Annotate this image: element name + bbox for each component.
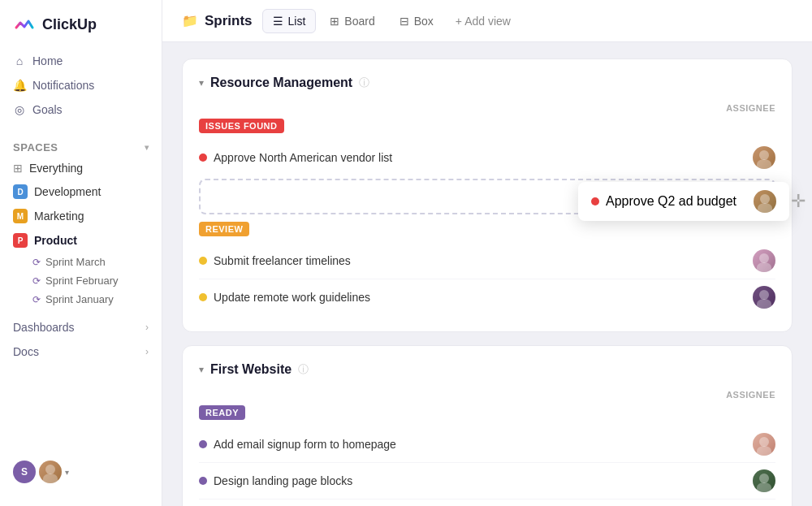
drag-task-name: Approve Q2 ad budget [606, 194, 736, 209]
task-name: Approve North American vendor list [214, 151, 392, 164]
task-avatar [753, 469, 775, 492]
task-avatar [753, 286, 775, 309]
clickup-logo-icon [13, 13, 36, 36]
sidebar-item-sprint-january[interactable]: ⟳ Sprint January [6, 290, 155, 309]
task-row: Approve North American vendor list [199, 140, 775, 175]
page-title: Sprints [205, 13, 253, 29]
development-label: Development [34, 185, 102, 198]
sidebar: ClickUp ⌂ Home 🔔 Notifications ◎ Goals S… [0, 0, 162, 506]
product-space-dot: P [13, 233, 28, 248]
sidebar-item-sprint-february[interactable]: ⟳ Sprint February [6, 271, 155, 290]
sidebar-notifications-label: Notifications [32, 79, 94, 92]
logo-area: ClickUp [0, 13, 162, 49]
sidebar-item-goals[interactable]: ◎ Goals [6, 97, 155, 122]
card-fw-info-icon[interactable]: ⓘ [298, 362, 309, 377]
docs-label: Docs [13, 345, 39, 358]
task-row: Submit freelancer timelines [199, 243, 775, 279]
group-ready: READY Add email signup form to homepage … [199, 404, 775, 506]
task-dot-yellow [199, 257, 207, 265]
board-tab-label: Board [344, 15, 374, 28]
drag-handle-icon[interactable]: ✛ [791, 191, 806, 212]
card-rm-chevron[interactable]: ▾ [199, 77, 204, 89]
app-name: ClickUp [42, 16, 97, 33]
box-tab-icon: ⊟ [400, 15, 409, 28]
sprint-january-icon: ⟳ [32, 294, 41, 305]
target-icon: ◎ [13, 103, 26, 116]
sidebar-item-development[interactable]: D Development [6, 179, 155, 204]
sprint-february-label: Sprint February [45, 275, 119, 287]
user-menu-caret: ▾ [65, 468, 69, 477]
box-tab-label: Box [414, 15, 434, 28]
group-issues-found: ISSUES FOUND Approve North American vend… [199, 118, 775, 175]
list-tab-label: List [288, 15, 306, 28]
task-dot-purple [199, 440, 207, 448]
sidebar-item-product[interactable]: P Product [6, 228, 155, 253]
task-name: Design landing page blocks [214, 474, 352, 487]
badge-ready: READY [199, 405, 245, 420]
task-avatar [753, 433, 775, 456]
user-avatar-face [39, 461, 62, 483]
home-icon: ⌂ [13, 54, 26, 67]
add-view-label: + Add view [456, 15, 511, 28]
bell-icon: 🔔 [13, 79, 26, 92]
task-left: Submit freelancer timelines [199, 254, 351, 267]
card-fw-title: First Website [210, 362, 292, 377]
task-name: Submit freelancer timelines [214, 254, 351, 267]
spaces-section-header: Spaces ▾ [6, 132, 155, 157]
badge-issues-found: ISSUES FOUND [199, 119, 284, 133]
sprint-february-icon: ⟳ [32, 275, 41, 287]
task-dot-purple-2 [199, 477, 207, 485]
dev-space-dot: D [13, 184, 28, 199]
docs-chevron: › [145, 346, 149, 357]
top-bar: 📁 Sprints ☰ List ⊞ Board ⊟ Box + Add vie… [162, 0, 812, 42]
card-fw-chevron[interactable]: ▾ [199, 364, 204, 375]
task-left: Add email signup form to homepage [199, 438, 396, 451]
docs-item[interactable]: Docs › [6, 339, 155, 364]
user-avatar-s: S [13, 461, 36, 483]
dashboards-label: Dashboards [13, 321, 75, 334]
marketing-label: Marketing [34, 210, 84, 223]
tab-board[interactable]: ⊞ Board [319, 9, 385, 33]
sidebar-item-notifications[interactable]: 🔔 Notifications [6, 73, 155, 97]
task-left: Design landing page blocks [199, 474, 352, 487]
page-header: 📁 Sprints [182, 13, 253, 29]
everything-label: Everything [29, 162, 83, 175]
card-resource-management-header: ▾ Resource Management ⓘ [199, 76, 775, 90]
content-area: ▾ Resource Management ⓘ ASSIGNEE ISSUES … [162, 42, 812, 506]
sidebar-bottom: Dashboards › Docs › [0, 315, 162, 364]
group-review: REVIEW Submit freelancer timelines Updat… [199, 221, 775, 315]
user-avatar-group[interactable]: S ▾ [13, 461, 69, 483]
task-name: Update remote work guidelines [214, 291, 370, 304]
sidebar-goals-label: Goals [32, 103, 63, 116]
card-rm-info-icon[interactable]: ⓘ [359, 76, 369, 90]
sidebar-item-everything[interactable]: ⊞ Everything [6, 157, 155, 179]
spaces-chevron[interactable]: ▾ [145, 143, 149, 152]
card-first-website-header: ▾ First Website ⓘ [199, 362, 775, 377]
tab-box[interactable]: ⊟ Box [389, 9, 444, 33]
sprint-january-label: Sprint January [45, 293, 114, 305]
task-row: Update remote work guidelines [199, 279, 775, 315]
sidebar-home-label: Home [32, 54, 63, 67]
sidebar-footer: S ▾ [0, 451, 162, 493]
task-name: Add email signup form to homepage [214, 438, 396, 451]
task-avatar [753, 146, 775, 169]
dashboards-item[interactable]: Dashboards › [6, 315, 155, 339]
task-row: Add email signup form to homepage [199, 426, 775, 463]
sidebar-item-marketing[interactable]: M Marketing [6, 204, 155, 228]
tab-list[interactable]: ☰ List [262, 9, 317, 33]
product-label: Product [34, 234, 77, 247]
sidebar-item-home[interactable]: ⌂ Home [6, 49, 155, 73]
task-left: Approve North American vendor list [199, 151, 392, 164]
add-view-button[interactable]: + Add view [447, 10, 519, 32]
task-dot-red [199, 154, 207, 162]
card-first-website: ▾ First Website ⓘ ASSIGNEE READY Add ema… [182, 345, 793, 506]
task-row: Review SEO recommendations [199, 500, 775, 506]
assignee-header-fw: ASSIGNEE [199, 387, 775, 404]
grid-icon: ⊞ [13, 162, 23, 175]
task-row: Design landing page blocks [199, 463, 775, 500]
sprint-march-icon: ⟳ [32, 257, 41, 268]
drag-task-dot [591, 197, 599, 205]
task-avatar [753, 249, 775, 272]
sidebar-item-sprint-march[interactable]: ⟳ Sprint March [6, 253, 155, 271]
list-tab-icon: ☰ [273, 15, 283, 28]
